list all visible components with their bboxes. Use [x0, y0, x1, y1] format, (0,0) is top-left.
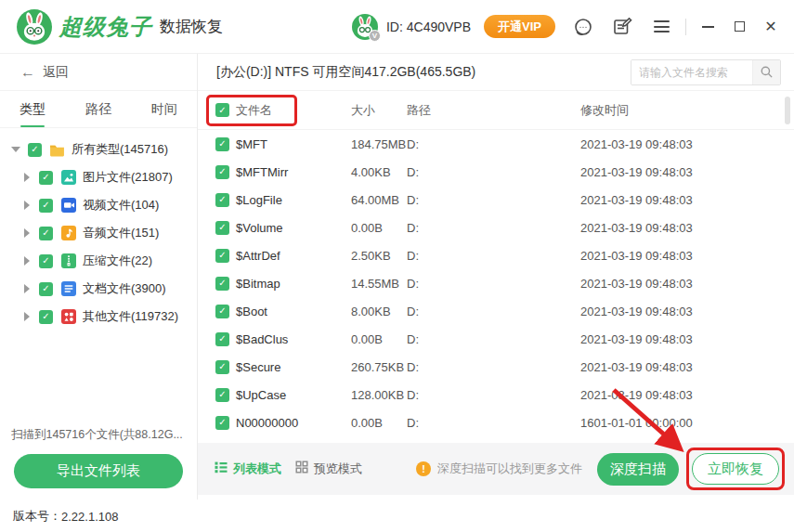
app-window: 超级兔子 数据恢复 V ID: 4C490VPB 开通VIP — [0, 0, 794, 532]
column-header-size[interactable]: 大小 — [351, 102, 407, 119]
file-type-tree: 所有类型(145716) 图片文件(21807) 视频文件( — [0, 128, 197, 331]
app-title-suffix: 数据恢复 — [160, 16, 223, 37]
expand-arrow-icon[interactable] — [20, 201, 33, 210]
tree-checkbox[interactable] — [39, 254, 53, 268]
table-row[interactable]: $Secure 260.75KB D: 2021-03-19 09:48:03 — [198, 353, 794, 381]
recover-now-button[interactable]: 立即恢复 — [692, 453, 779, 485]
customer-service-icon[interactable] — [572, 16, 594, 38]
column-header-name[interactable]: 文件名 — [236, 102, 351, 119]
column-header-path[interactable]: 路径 — [407, 102, 580, 119]
column-header-mtime[interactable]: 修改时间 — [580, 102, 794, 119]
open-vip-button[interactable]: 开通VIP — [484, 15, 555, 38]
expand-arrow-icon[interactable] — [20, 284, 33, 293]
vip-v-badge: V — [369, 30, 381, 42]
tree-item-documents[interactable]: 文档文件(3900) — [0, 275, 197, 303]
tab-time[interactable]: 时间 — [131, 91, 197, 127]
tree-checkbox[interactable] — [39, 282, 53, 296]
scan-summary: 扫描到145716个文件(共88.12G... — [0, 427, 197, 443]
list-mode-toggle[interactable]: 列表模式 — [214, 460, 281, 478]
table-row[interactable]: $Bitmap 14.55MB D: 2021-03-19 09:48:03 — [198, 269, 794, 297]
tree-checkbox[interactable] — [39, 310, 53, 324]
deep-scan-hint: 深度扫描可以找到更多文件 — [437, 461, 582, 477]
row-checkbox[interactable] — [215, 305, 229, 318]
tree-item-others[interactable]: 其他文件(119732) — [0, 303, 197, 331]
tree-item-archives[interactable]: 压缩文件(22) — [0, 247, 197, 275]
tree-checkbox[interactable] — [28, 143, 42, 157]
row-checkbox[interactable] — [215, 221, 229, 235]
back-arrow-icon: ← — [20, 64, 35, 81]
version-label: 版本号： — [13, 508, 61, 525]
app-title: 超级兔子 — [59, 12, 152, 42]
user-id: ID: 4C490VPB — [386, 19, 471, 34]
table-header: 文件名 大小 路径 修改时间 — [198, 91, 794, 130]
table-row[interactable]: $MFTMirr 4.00KB D: 2021-03-19 09:48:03 — [198, 158, 794, 186]
warning-icon: ! — [416, 461, 431, 476]
table-footer-bar: 列表模式 预览模式 ! 深度扫描可以找到更多文件 深度扫描 立即恢复 — [198, 443, 794, 495]
tree-checkbox[interactable] — [39, 227, 53, 240]
grid-mode-icon — [294, 460, 309, 478]
row-checkbox[interactable] — [215, 416, 229, 430]
minimize-button[interactable] — [697, 17, 718, 37]
table-row[interactable]: $BadClus 0.00B D: 2021-03-19 09:48:03 — [198, 325, 794, 353]
image-file-icon — [60, 170, 76, 186]
close-button[interactable]: ✕ — [761, 17, 781, 37]
app-logo-icon — [17, 9, 52, 45]
table-row[interactable]: N00000000 0.00B D: 1601-01-01 00:00:00 — [198, 409, 794, 436]
table-row[interactable]: $Boot 8.00KB D: 2021-03-19 09:48:03 — [198, 297, 794, 325]
search-icon[interactable] — [752, 60, 780, 84]
tree-item-all-types[interactable]: 所有类型(145716) — [0, 136, 197, 163]
table-row[interactable]: $LogFile 64.00MB D: 2021-03-19 09:48:03 — [198, 186, 794, 214]
table-row[interactable]: $UpCase 128.00KB D: 2021-03-19 09:48:03 — [198, 381, 794, 409]
other-file-icon — [60, 309, 76, 325]
tab-type[interactable]: 类型 — [0, 91, 66, 127]
row-checkbox[interactable] — [215, 249, 229, 263]
main-panel: [办公(D:)] NTFS 可用空间417.2GB(465.5GB) 文件名 大… — [198, 54, 794, 500]
tree-item-images[interactable]: 图片文件(21807) — [0, 163, 197, 191]
row-checkbox[interactable] — [215, 137, 229, 151]
export-file-list-button[interactable]: 导出文件列表 — [14, 454, 183, 488]
video-file-icon — [60, 198, 76, 214]
expand-arrow-icon[interactable] — [20, 228, 33, 238]
row-checkbox[interactable] — [215, 277, 229, 291]
titlebar-separator — [685, 19, 686, 35]
search-box — [631, 59, 781, 85]
row-checkbox[interactable] — [215, 360, 229, 374]
user-avatar[interactable]: V — [352, 14, 378, 40]
expand-arrow-icon[interactable] — [20, 256, 33, 266]
archive-file-icon — [60, 253, 76, 269]
sidebar-tabs: 类型 路径 时间 — [0, 91, 197, 128]
expand-arrow-icon[interactable] — [20, 173, 33, 182]
list-mode-icon — [214, 460, 228, 478]
sidebar: ← 返回 类型 路径 时间 所有类型(145716) — [0, 54, 198, 500]
table-row[interactable]: $MFT 184.75MB D: 2021-03-19 09:48:03 — [198, 130, 794, 158]
scrollbar-thumb[interactable] — [785, 97, 790, 124]
select-all-checkbox[interactable] — [215, 103, 229, 117]
row-checkbox[interactable] — [215, 165, 229, 179]
audio-file-icon — [60, 226, 76, 241]
feedback-form-icon[interactable] — [611, 16, 633, 38]
table-row[interactable]: $AttrDef 2.50KB D: 2021-03-19 09:48:03 — [198, 241, 794, 269]
file-table: $MFT 184.75MB D: 2021-03-19 09:48:03 $MF… — [198, 130, 794, 436]
title-bar: 超级兔子 数据恢复 V ID: 4C490VPB 开通VIP — [0, 0, 794, 54]
version-value: 2.22.1.108 — [61, 510, 118, 524]
maximize-button[interactable] — [729, 17, 749, 37]
tree-checkbox[interactable] — [39, 171, 53, 185]
tree-item-audio[interactable]: 音频文件(151) — [0, 219, 197, 247]
row-checkbox[interactable] — [215, 388, 229, 402]
table-row[interactable]: $Volume 0.00B D: 2021-03-19 09:48:03 — [198, 214, 794, 241]
expand-arrow-icon[interactable] — [20, 312, 33, 321]
deep-scan-button[interactable]: 深度扫描 — [597, 453, 679, 486]
tree-checkbox[interactable] — [39, 199, 53, 213]
tree-item-videos[interactable]: 视频文件(104) — [0, 191, 197, 219]
menu-icon[interactable] — [650, 16, 672, 38]
folder-icon — [49, 142, 65, 158]
annotation-highlight-box: 立即恢复 — [686, 448, 785, 490]
back-button[interactable]: ← 返回 — [0, 54, 197, 91]
row-checkbox[interactable] — [215, 193, 229, 207]
preview-mode-toggle[interactable]: 预览模式 — [294, 460, 362, 478]
row-checkbox[interactable] — [215, 332, 229, 346]
search-input[interactable] — [631, 60, 752, 84]
tab-path[interactable]: 路径 — [66, 91, 132, 127]
partition-info: [办公(D:)] NTFS 可用空间417.2GB(465.5GB) — [216, 64, 475, 81]
collapse-arrow-icon[interactable] — [9, 147, 22, 152]
